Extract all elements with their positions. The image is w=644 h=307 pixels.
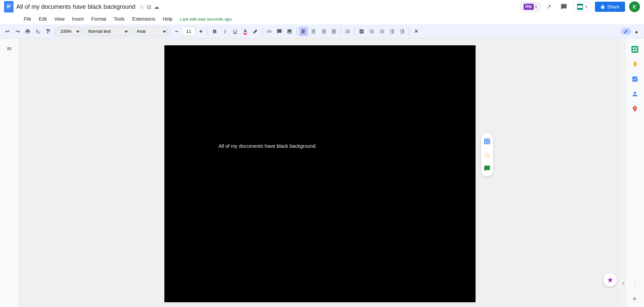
keep-panel-icon[interactable] [629,59,640,70]
extension-button[interactable]: RW ▾ [520,2,541,11]
star-icon[interactable]: ☆ [139,4,144,10]
text-color-button[interactable]: A [240,27,250,36]
indent-less-button[interactable] [387,27,397,36]
line-spacing-button[interactable] [343,27,352,36]
edit-mode-button[interactable] [621,28,631,35]
italic-button[interactable]: I [220,27,230,36]
user-avatar[interactable]: E [629,1,640,12]
menu-help[interactable]: Help [159,15,176,23]
style-selector[interactable]: Normal text Heading 1 Heading 2 [85,27,129,36]
font-size-minus-button[interactable]: − [172,27,181,36]
bullet-list-button[interactable] [367,27,376,36]
gemini-button[interactable] [603,273,617,287]
align-justify-button[interactable] [329,27,339,36]
right-panel: + [625,39,644,307]
separator-4 [169,27,170,36]
spell-check-button[interactable] [33,27,43,36]
meet-button[interactable]: ▾ [573,2,591,12]
checklist-button[interactable] [357,27,366,36]
font-size-plus-button[interactable]: + [196,27,206,36]
menu-format[interactable]: Format [88,15,110,23]
toolbar-expand-button[interactable]: ▴ [632,27,641,36]
font-size-input[interactable] [182,27,196,36]
svg-rect-1 [7,5,11,5]
highlight-button[interactable] [251,27,260,36]
paint-format-button[interactable] [43,27,53,36]
separator-2 [83,27,83,36]
outline-icon[interactable] [5,44,14,53]
main-area: All of my documents have black backgroun… [0,39,644,307]
expand-panel-arrow[interactable]: › [622,280,624,287]
float-table-button[interactable] [481,135,493,147]
menu-view[interactable]: View [51,15,68,23]
contacts-panel-icon[interactable] [629,89,640,99]
separator-6 [262,27,262,36]
undo-button[interactable]: ↩ [3,27,12,36]
align-left-button[interactable] [299,27,308,36]
align-right-button[interactable] [319,27,328,36]
tasks-panel-icon[interactable] [629,74,640,85]
last-edit-status: Last edit was seconds ago [180,17,232,22]
insert-image-button[interactable] [285,27,294,36]
separator-10 [409,27,409,36]
menu-bar: File Edit View Insert Format Tools Exten… [0,14,644,24]
toolbar-right: ↗ ▾ Share E [544,1,640,12]
format-toolbar: ↩ ↪ 100% 75% 125% Normal text Heading 1 … [0,24,644,39]
menu-tools[interactable]: Tools [110,15,128,23]
link-button[interactable] [264,27,274,36]
chat-icon[interactable] [558,1,569,12]
share-label: Share [607,4,620,9]
clear-format-button[interactable]: ✕ [411,27,421,36]
svg-rect-10 [632,50,635,52]
float-emoji-button[interactable]: ☺ [481,149,493,161]
trend-icon[interactable]: ↗ [544,1,554,12]
title-actions: ☆ ⊟ ☁ [139,4,159,10]
svg-rect-3 [7,7,9,8]
left-sidebar [0,39,19,307]
menu-edit[interactable]: Edit [36,15,50,23]
separator-5 [208,27,208,36]
indent-more-button[interactable] [397,27,407,36]
drive-icon[interactable]: ⊟ [147,4,151,10]
underline-button[interactable]: U [230,27,240,36]
insert-comment-button[interactable] [275,27,284,36]
document-page[interactable]: All of my documents have black backgroun… [164,45,476,302]
svg-rect-8 [632,47,635,49]
svg-rect-2 [7,6,11,7]
scrollbar[interactable] [621,39,625,307]
menu-insert[interactable]: Insert [69,15,87,23]
svg-rect-11 [635,50,637,52]
maps-panel-icon[interactable] [629,103,640,114]
separator-9 [354,27,355,36]
cloud-icon[interactable]: ☁ [154,4,159,10]
zoom-selector[interactable]: 100% 75% 125% [57,27,81,36]
canvas-area: All of my documents have black backgroun… [19,39,621,307]
doc-app-icon [4,1,14,13]
bold-button[interactable]: B [210,27,220,36]
svg-rect-7 [631,46,638,53]
svg-rect-9 [635,47,637,49]
float-comment-button[interactable] [481,162,493,174]
separator-8 [341,27,341,36]
menu-file[interactable]: File [20,15,35,23]
add-panel-icon[interactable]: + [629,293,640,304]
share-button[interactable]: Share [595,2,625,12]
svg-rect-6 [577,5,581,8]
document-title: All of my documents have black backgroun… [16,3,135,10]
menu-extensions[interactable]: Extensions [129,15,159,23]
separator-1 [55,27,55,36]
redo-button[interactable]: ↪ [13,27,22,36]
sheets-panel-icon[interactable] [629,44,640,55]
align-center-button[interactable] [309,27,318,36]
numbered-list-button[interactable] [377,27,387,36]
separator-7 [296,27,297,36]
separator-3 [131,27,132,36]
doc-float-toolbar: ☺ [481,133,493,176]
print-button[interactable] [23,27,32,36]
font-selector[interactable]: Arial Times New Roman Georgia [134,27,167,36]
document-body-text: All of my documents have black backgroun… [218,143,317,149]
title-bar: All of my documents have black backgroun… [0,0,644,14]
